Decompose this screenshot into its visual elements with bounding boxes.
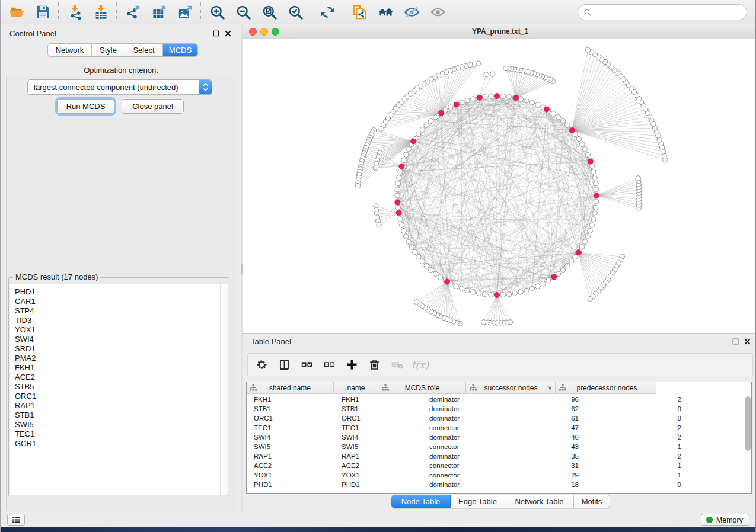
show-columns-button[interactable] — [275, 356, 294, 374]
close-panel-button[interactable]: Close panel — [122, 99, 184, 114]
table-row[interactable]: STB1STB1dominator620 — [247, 404, 743, 414]
table-mode-gear-icon — [256, 358, 268, 371]
network-canvas[interactable] — [243, 39, 756, 333]
result-list-item[interactable]: STB1 — [10, 411, 228, 420]
result-list-item[interactable]: PMA2 — [10, 354, 228, 363]
add-column-button[interactable] — [343, 356, 361, 374]
zoom-fit-button[interactable] — [257, 2, 281, 22]
export-network-icon — [125, 4, 141, 20]
cell: 2 — [601, 432, 681, 442]
show-panels-button[interactable] — [7, 514, 25, 526]
run-mcds-button[interactable]: Run MCDS — [57, 99, 114, 114]
cell: FKH1 — [254, 395, 334, 404]
table-row[interactable]: TEC1TEC1connector472 — [247, 423, 743, 432]
result-list-item[interactable]: CAR1 — [10, 297, 228, 306]
float-table-panel-icon[interactable] — [732, 338, 739, 345]
close-table-panel-icon[interactable] — [744, 338, 751, 345]
export-table-button[interactable] — [147, 2, 171, 22]
refresh-layout-button[interactable] — [315, 2, 339, 22]
cell: 29 — [512, 470, 579, 480]
table-row[interactable]: SWI4SWI4dominator462 — [247, 432, 743, 442]
cell: dominator — [429, 395, 509, 404]
hide-selected-button[interactable] — [400, 2, 423, 22]
result-list-item[interactable]: YOX1 — [10, 325, 228, 335]
cell: YOX1 — [342, 470, 378, 480]
result-list-item[interactable]: SWI5 — [10, 420, 228, 430]
search-box[interactable] — [578, 4, 747, 20]
duplicate-network-button[interactable] — [347, 2, 371, 22]
column-header-name[interactable]: name — [334, 382, 378, 394]
cell: 46 — [512, 432, 579, 442]
search-input[interactable] — [595, 7, 741, 17]
column-header-MCDS-role[interactable]: MCDS role — [379, 382, 466, 394]
table-row[interactable]: RAP1RAP1dominator352 — [247, 451, 743, 461]
tab-network-table[interactable]: Network Table — [505, 495, 574, 508]
result-list-item[interactable]: STB5 — [10, 382, 228, 392]
export-network-button[interactable] — [121, 2, 145, 22]
result-list-item[interactable]: ORC1 — [10, 392, 228, 401]
result-list-item[interactable]: FKH1 — [10, 363, 228, 373]
cell: dominator — [429, 404, 509, 414]
window-close-button[interactable] — [249, 28, 257, 36]
tab-mcds[interactable]: MCDS — [163, 44, 197, 56]
open-file-button[interactable] — [5, 2, 28, 22]
toolbar-separator — [116, 2, 117, 21]
memory-button[interactable]: Memory — [701, 514, 749, 526]
table-row[interactable]: YOX1YOX1connector291 — [247, 470, 743, 480]
table-toolbar: f(x) — [247, 353, 753, 376]
result-list-item[interactable]: TEC1 — [10, 430, 228, 439]
select-all-button[interactable] — [298, 356, 316, 374]
tab-node-table[interactable]: Node Table — [391, 495, 451, 508]
show-all-button[interactable] — [426, 2, 449, 22]
result-list-item[interactable]: RAP1 — [10, 401, 228, 411]
save-session-button[interactable] — [31, 2, 55, 22]
tab-select[interactable]: Select — [125, 44, 163, 56]
window-minimize-button[interactable] — [260, 28, 268, 36]
column-header-shared-name[interactable]: shared name — [247, 382, 334, 394]
network-window-titlebar[interactable]: YPA_prune.txt_1 — [243, 24, 756, 39]
table-scrollbar-thumb[interactable] — [745, 396, 751, 451]
table-row[interactable]: FKH1FKH1dominator962 — [247, 395, 743, 404]
zoom-out-button[interactable] — [231, 2, 255, 22]
result-list-item[interactable]: PHD1 — [10, 287, 228, 297]
optimization-criterion-select[interactable]: largest connected component (undirected) — [27, 79, 212, 95]
tab-edge-table[interactable]: Edge Table — [451, 495, 505, 508]
tab-motifs[interactable]: Motifs — [574, 495, 610, 508]
tab-style[interactable]: Style — [92, 44, 125, 56]
import-table-button[interactable] — [89, 2, 113, 22]
table-row[interactable]: ORC1ORC1dominator610 — [247, 414, 743, 423]
select-stepper — [199, 80, 212, 94]
cell: 2 — [601, 423, 681, 432]
table-row[interactable]: SWI5SWI5connector431 — [247, 442, 743, 451]
table-mode-gear-button[interactable] — [253, 356, 271, 374]
control-panel-tabs: NetworkStyleSelectMCDS — [47, 43, 198, 57]
column-header-predecessor-nodes[interactable]: predecessor nodes — [556, 382, 658, 394]
tab-network[interactable]: Network — [48, 44, 92, 56]
deselect-all-button[interactable] — [320, 356, 339, 374]
import-network-button[interactable] — [63, 2, 87, 22]
first-neighbors-button[interactable] — [374, 2, 397, 22]
table-row[interactable]: PHD1PHD1dominator180 — [247, 480, 743, 489]
window-zoom-button[interactable] — [272, 28, 279, 36]
close-panel-icon[interactable] — [225, 30, 231, 37]
zoom-selected-button[interactable] — [283, 2, 307, 22]
duplicate-network-icon — [352, 4, 368, 20]
export-image-button[interactable] — [173, 2, 197, 22]
cell: 31 — [512, 461, 579, 470]
float-panel-icon[interactable] — [213, 30, 219, 37]
column-header-successor-nodes[interactable]: successor nodes∨ — [467, 382, 556, 394]
cell: 35 — [512, 451, 579, 461]
result-list-item[interactable]: ACE2 — [10, 373, 228, 382]
zoom-in-button[interactable] — [205, 2, 229, 22]
result-list-item[interactable]: GCR1 — [10, 439, 228, 448]
table-row[interactable]: ACE2ACE2connector311 — [247, 461, 743, 470]
result-list-scrollbar[interactable] — [220, 284, 228, 495]
sort-indicator: ∨ — [548, 382, 552, 394]
mcds-result-list[interactable]: PHD1CAR1STP4TID3YOX1SWI4SRD1PMA2FKH1ACE2… — [10, 284, 228, 495]
result-list-item[interactable]: SRD1 — [10, 344, 228, 354]
result-list-item[interactable]: TID3 — [10, 316, 228, 325]
result-list-item[interactable]: STP4 — [10, 306, 228, 316]
cell: ACE2 — [342, 461, 378, 470]
result-list-item[interactable]: SWI4 — [10, 335, 228, 344]
delete-columns-button[interactable] — [365, 356, 384, 374]
